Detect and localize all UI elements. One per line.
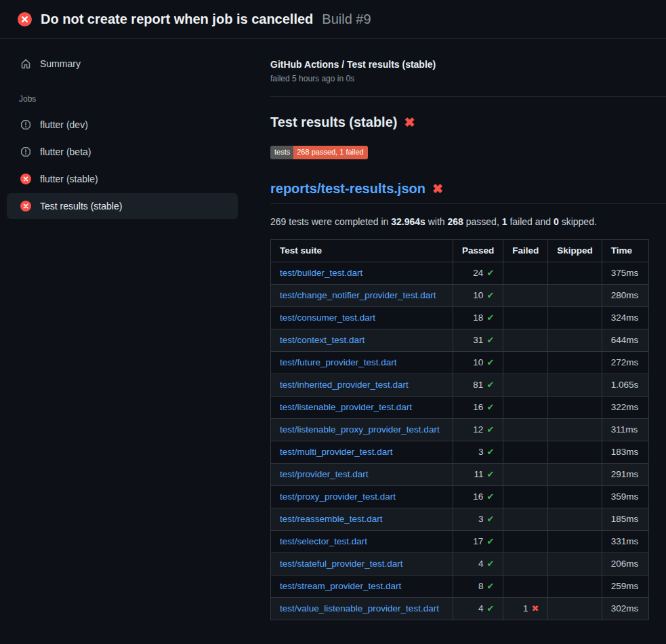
pass-check-icon: ✔ (486, 469, 494, 479)
table-row: test/listenable_proxy_provider_test.dart… (271, 419, 649, 441)
skipped-cell (548, 374, 602, 397)
test-suite-link[interactable]: test/value_listenable_provider_test.dart (280, 603, 439, 613)
failed-cell (503, 307, 548, 329)
failed-x-circle-icon (18, 12, 32, 26)
suite-cell: test/context_test.dart (271, 329, 453, 352)
badge-value: 268 passed, 1 failed (293, 146, 367, 159)
badge-label: tests (270, 146, 293, 159)
table-row: test/stateful_provider_test.dart4✔206ms (271, 553, 649, 576)
failed-cell (503, 531, 548, 553)
sidebar-item-flutter-beta[interactable]: flutter (beta) (7, 139, 238, 165)
failed-cell (503, 486, 548, 508)
sidebar-item-flutter-dev[interactable]: flutter (dev) (7, 112, 238, 138)
failed-cell (503, 576, 548, 598)
time-cell: 259ms (602, 576, 648, 598)
skipped-cell (548, 419, 602, 441)
sidebar-item-flutter-stable[interactable]: flutter (stable) (7, 166, 238, 192)
passed-cell: 12✔ (453, 419, 503, 441)
table-row: test/consumer_test.dart18✔324ms (271, 307, 649, 329)
failed-cell (503, 464, 548, 486)
test-suite-link[interactable]: test/builder_test.dart (280, 268, 362, 278)
failed-cell (503, 397, 548, 419)
report-heading: reports/test-results.json ✖ (270, 181, 666, 204)
col-header-passed: Passed (453, 240, 503, 262)
run-status-line: failed 5 hours ago in 0s (270, 74, 666, 83)
report-file-link[interactable]: reports/test-results.json (270, 181, 425, 197)
test-suite-link[interactable]: test/inherited_provider_test.dart (280, 380, 409, 390)
pass-check-icon: ✔ (486, 581, 494, 591)
suite-cell: test/listenable_proxy_provider_test.dart (271, 419, 453, 441)
sidebar-summary-label: Summary (40, 58, 81, 69)
passed-cell: 17✔ (453, 531, 503, 553)
test-suite-link[interactable]: test/selector_test.dart (280, 536, 367, 546)
suite-cell: test/builder_test.dart (271, 262, 453, 285)
table-row: test/inherited_provider_test.dart81✔1.06… (271, 374, 649, 397)
skipped-cell (548, 576, 602, 598)
test-suite-link[interactable]: test/change_notifier_provider_test.dart (280, 290, 436, 300)
table-row: test/value_listenable_provider_test.dart… (271, 598, 649, 620)
time-cell: 206ms (602, 553, 648, 576)
skipped-cell (548, 262, 602, 285)
passed-cell: 3✔ (453, 441, 503, 464)
home-icon (20, 58, 31, 69)
stop-icon (20, 146, 31, 157)
passed-cell: 10✔ (453, 352, 503, 374)
test-suite-link[interactable]: test/multi_provider_test.dart (280, 447, 393, 457)
suite-cell: test/change_notifier_provider_test.dart (271, 285, 453, 307)
passed-cell: 18✔ (453, 307, 503, 329)
skipped-cell (548, 352, 602, 374)
failed-cell: 1✖ (503, 598, 548, 620)
test-suite-link[interactable]: test/listenable_provider_test.dart (280, 402, 412, 412)
skipped-cell (548, 464, 602, 486)
suite-cell: test/listenable_provider_test.dart (271, 397, 453, 419)
pass-check-icon: ✔ (486, 402, 494, 412)
section-divider (270, 96, 666, 97)
test-suite-link[interactable]: test/listenable_proxy_provider_test.dart (280, 424, 440, 435)
failed-cell (503, 262, 548, 285)
test-suite-link[interactable]: test/consumer_test.dart (280, 313, 375, 323)
test-suite-link[interactable]: test/stream_provider_test.dart (280, 581, 401, 591)
col-header-test-suite: Test suite (271, 240, 453, 262)
sidebar-item-summary[interactable]: Summary (7, 51, 238, 77)
col-header-time: Time (602, 240, 648, 262)
failed-cell (503, 419, 548, 441)
check-run-output: GitHub Actions / Test results (stable) f… (270, 39, 666, 620)
job-label: Test results (stable) (40, 201, 122, 212)
test-suite-link[interactable]: test/provider_test.dart (280, 469, 369, 479)
failed-x-circle-icon (20, 174, 31, 184)
test-suite-link[interactable]: test/proxy_provider_test.dart (280, 491, 396, 502)
test-suite-link[interactable]: test/future_provider_test.dart (280, 357, 397, 367)
passed-cell: 4✔ (453, 598, 503, 620)
failed-cell (503, 352, 548, 374)
pass-check-icon: ✔ (486, 536, 494, 546)
section-heading-text: Test results (stable) (270, 115, 397, 130)
time-cell: 322ms (602, 397, 648, 419)
time-cell: 280ms (602, 285, 648, 307)
suite-cell: test/future_provider_test.dart (271, 352, 453, 374)
col-header-skipped: Skipped (548, 240, 602, 262)
passed-cell: 4✔ (453, 553, 503, 576)
suite-cell: test/proxy_provider_test.dart (271, 486, 453, 508)
suite-cell: test/reassemble_test.dart (271, 508, 453, 531)
page-title: Do not create report when job is cancell… (41, 12, 313, 27)
time-cell: 291ms (602, 464, 648, 486)
test-suite-link[interactable]: test/stateful_provider_test.dart (280, 559, 403, 569)
failed-cell (503, 285, 548, 307)
pass-check-icon: ✔ (486, 491, 494, 502)
passed-cell: 24✔ (453, 262, 503, 285)
table-row: test/multi_provider_test.dart3✔183ms (271, 441, 649, 464)
passed-cell: 16✔ (453, 397, 503, 419)
pass-check-icon: ✔ (486, 380, 494, 390)
suite-cell: test/inherited_provider_test.dart (271, 374, 453, 397)
table-row: test/stream_provider_test.dart8✔259ms (271, 576, 649, 598)
check-run-header: Do not create report when job is cancell… (0, 0, 666, 39)
table-header-row: Test suite Passed Failed Skipped Time (271, 240, 649, 262)
skipped-cell (548, 553, 602, 576)
test-suite-link[interactable]: test/reassemble_test.dart (280, 514, 383, 524)
failed-cell (503, 553, 548, 576)
suite-cell: test/multi_provider_test.dart (271, 441, 453, 464)
test-suite-link[interactable]: test/context_test.dart (280, 335, 365, 345)
sidebar-item-test-results-stable[interactable]: Test results (stable) (7, 193, 238, 219)
fail-cross-icon: ✖ (432, 182, 443, 195)
skipped-cell (548, 598, 602, 620)
